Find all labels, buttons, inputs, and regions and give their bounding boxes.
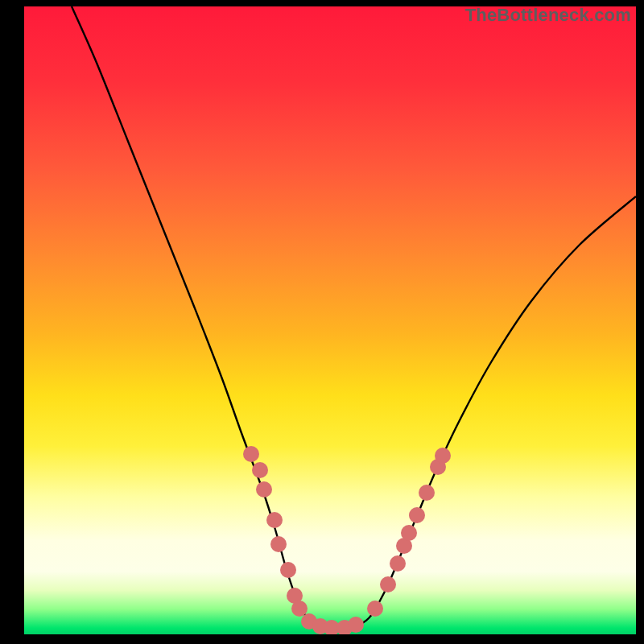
data-dot	[348, 617, 364, 633]
sample-dots	[243, 446, 451, 634]
chart-frame: TheBottleneck.com	[24, 6, 636, 634]
data-dot	[270, 536, 287, 552]
data-dot	[401, 525, 417, 541]
data-dot	[419, 485, 435, 501]
data-dot	[435, 448, 451, 464]
data-dot	[256, 481, 272, 497]
bottleneck-curve	[72, 6, 636, 628]
chart-overlay-svg	[24, 6, 636, 634]
data-dot	[252, 462, 268, 478]
data-dot	[291, 601, 308, 617]
data-dot	[367, 601, 383, 617]
data-dot	[409, 507, 425, 523]
data-dot	[266, 512, 283, 528]
data-dot	[243, 446, 259, 462]
data-dot	[380, 576, 396, 592]
data-dot	[280, 562, 296, 578]
data-dot	[390, 555, 406, 572]
